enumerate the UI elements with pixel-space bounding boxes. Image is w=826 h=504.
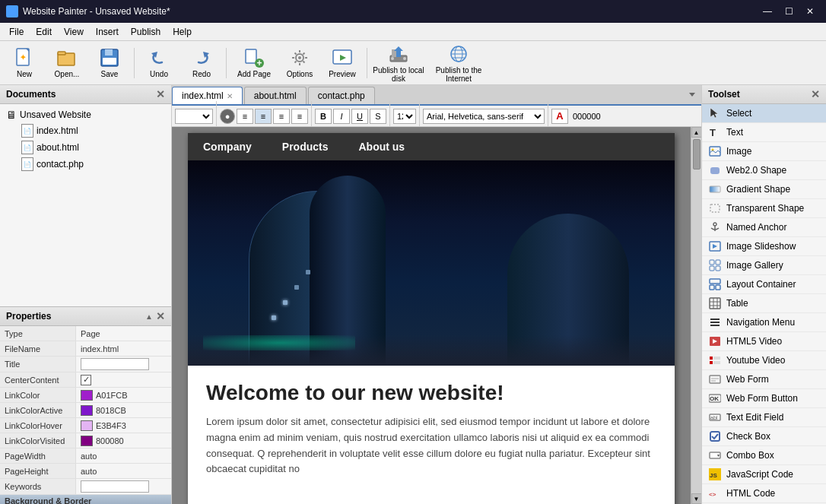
tool-select[interactable]: Select bbox=[702, 104, 826, 123]
properties-close-button[interactable]: ✕ bbox=[156, 310, 165, 322]
align-center-button[interactable]: ≡ bbox=[255, 109, 272, 124]
tab-dropdown-button[interactable] bbox=[683, 87, 701, 104]
gradient-icon bbox=[708, 182, 722, 196]
vertical-scrollbar[interactable]: ▲ ▼ bbox=[691, 127, 701, 504]
tool-gradient[interactable]: Gradient Shape bbox=[702, 180, 826, 199]
toolset-close-button[interactable]: ✕ bbox=[811, 88, 820, 100]
youtube-icon bbox=[708, 353, 722, 367]
tool-text[interactable]: T Text bbox=[702, 123, 826, 142]
font-size-select[interactable]: 12 bbox=[393, 109, 416, 124]
dropdown-arrow-icon bbox=[688, 90, 697, 99]
anchor-icon bbox=[708, 220, 722, 234]
prop-value-linkcolorvisited[interactable]: 800080 bbox=[76, 433, 171, 448]
file-about[interactable]: 📄 about.html bbox=[18, 139, 168, 156]
tool-combo[interactable]: Combo Box bbox=[702, 446, 826, 465]
color-fill-button[interactable]: ● bbox=[220, 109, 235, 124]
save-button[interactable]: Save bbox=[90, 44, 129, 82]
file-index[interactable]: 📄 index.html bbox=[18, 122, 168, 139]
tool-html5video[interactable]: HTML5 Video bbox=[702, 332, 826, 351]
align-right-button[interactable]: ≡ bbox=[273, 109, 290, 124]
tree-root-item[interactable]: 🖥 Unsaved Website bbox=[3, 107, 168, 122]
title-input[interactable] bbox=[81, 358, 149, 370]
tab-index[interactable]: index.html ✕ bbox=[172, 87, 243, 104]
documents-close-button[interactable]: ✕ bbox=[156, 88, 165, 100]
publish-local-button[interactable]: Publish to local disk bbox=[372, 44, 425, 82]
tool-youtube[interactable]: Youtube Video bbox=[702, 351, 826, 370]
preview-icon bbox=[332, 47, 353, 68]
nav-company[interactable]: Company bbox=[203, 141, 252, 153]
svg-rect-32 bbox=[710, 186, 720, 192]
center-checkbox[interactable]: ✓ bbox=[81, 375, 91, 385]
redo-button[interactable]: Redo bbox=[182, 44, 221, 82]
tool-layout[interactable]: Layout Container bbox=[702, 275, 826, 294]
font-family-select[interactable]: Arial, Helvetica, sans-serif bbox=[423, 109, 545, 124]
menu-help[interactable]: Help bbox=[167, 25, 198, 39]
prop-value-keywords[interactable] bbox=[76, 479, 171, 494]
prop-value-linkcolorhover[interactable]: E3B4F3 bbox=[76, 418, 171, 433]
menu-publish[interactable]: Publish bbox=[125, 25, 167, 39]
tool-webform[interactable]: Web Form bbox=[702, 370, 826, 389]
undo-button[interactable]: Undo bbox=[139, 44, 179, 82]
preview-button[interactable]: Preview bbox=[322, 44, 362, 82]
italic-button[interactable]: I bbox=[333, 109, 350, 124]
prop-row-linkcolor: LinkColor A01FCB bbox=[0, 388, 171, 403]
tool-checkbox[interactable]: Check Box bbox=[702, 427, 826, 446]
tab-contact[interactable]: contact.php bbox=[308, 87, 375, 104]
tool-table[interactable]: Table bbox=[702, 294, 826, 313]
scroll-thumb[interactable] bbox=[693, 139, 701, 170]
tab-about[interactable]: about.html bbox=[244, 87, 307, 104]
nav-products[interactable]: Products bbox=[282, 141, 329, 153]
scroll-down-arrow[interactable]: ▼ bbox=[691, 493, 702, 504]
linkcolorhover-swatch[interactable] bbox=[81, 420, 93, 431]
tool-gallery[interactable]: Image Gallery bbox=[702, 256, 826, 275]
bold-button[interactable]: B bbox=[315, 109, 332, 124]
linkcolorvisited-swatch[interactable] bbox=[81, 436, 93, 446]
menu-edit[interactable]: Edit bbox=[30, 25, 58, 39]
canvas-area[interactable]: Company Products About us bbox=[172, 127, 691, 504]
align-left-button[interactable]: ≡ bbox=[237, 109, 253, 124]
add-page-button[interactable]: + Add Page bbox=[231, 44, 277, 82]
tab-index-label: index.html bbox=[182, 90, 224, 101]
options-button[interactable]: Options bbox=[280, 44, 319, 82]
tool-js[interactable]: JS JavaScript Code bbox=[702, 465, 826, 484]
tool-transparent[interactable]: Transparent Shape bbox=[702, 199, 826, 218]
linkcoloractive-swatch[interactable] bbox=[81, 405, 93, 416]
menu-insert[interactable]: Insert bbox=[90, 25, 125, 39]
new-button[interactable]: ✦ New bbox=[5, 44, 44, 82]
strikethrough-button[interactable]: S bbox=[370, 109, 386, 124]
prop-name-linkcolor: LinkColor bbox=[0, 388, 76, 402]
file-contact[interactable]: 📄 contact.php bbox=[18, 156, 168, 173]
prop-value-linkcolor[interactable]: A01FCB bbox=[76, 388, 171, 402]
prop-name-pagewidth: PageWidth bbox=[0, 449, 76, 463]
paragraph-select[interactable] bbox=[175, 109, 213, 124]
scroll-track[interactable] bbox=[693, 138, 701, 493]
tool-web20[interactable]: Web2.0 Shape bbox=[702, 161, 826, 180]
minimize-button[interactable]: — bbox=[758, 3, 777, 20]
toolset-title: Toolset bbox=[708, 89, 740, 100]
properties-scroll-up[interactable]: ▲ bbox=[145, 312, 153, 321]
tool-html[interactable]: <> HTML Code bbox=[702, 484, 826, 503]
prop-value-linkcoloractive[interactable]: 8018CB bbox=[76, 403, 171, 417]
close-button[interactable]: ✕ bbox=[800, 3, 820, 20]
keywords-input[interactable] bbox=[81, 480, 149, 493]
linkcolor-swatch[interactable] bbox=[81, 390, 93, 401]
tool-textedit[interactable]: abl Text Edit Field bbox=[702, 408, 826, 427]
text-color-button[interactable]: A bbox=[551, 109, 568, 124]
scroll-up-arrow[interactable]: ▲ bbox=[691, 127, 702, 138]
nav-about[interactable]: About us bbox=[358, 141, 405, 153]
tool-webformbtn[interactable]: OK Web Form Button bbox=[702, 389, 826, 408]
tool-nav[interactable]: Navigation Menu bbox=[702, 313, 826, 332]
tool-slideshow[interactable]: Image Slideshow bbox=[702, 237, 826, 256]
tool-image[interactable]: Image bbox=[702, 142, 826, 161]
prop-value-title[interactable] bbox=[76, 357, 171, 372]
align-justify-button[interactable]: ≡ bbox=[291, 109, 308, 124]
tool-anchor[interactable]: Named Anchor bbox=[702, 218, 826, 237]
menu-view[interactable]: View bbox=[58, 25, 90, 39]
menu-file[interactable]: File bbox=[3, 25, 30, 39]
maximize-button[interactable]: ☐ bbox=[779, 3, 799, 20]
publish-internet-button[interactable]: Publish to the Internet bbox=[428, 44, 489, 82]
open-button[interactable]: Open... bbox=[47, 44, 87, 82]
color-hex-display: 000000 bbox=[570, 112, 604, 121]
underline-button[interactable]: U bbox=[351, 109, 368, 124]
tab-index-close[interactable]: ✕ bbox=[227, 92, 233, 100]
